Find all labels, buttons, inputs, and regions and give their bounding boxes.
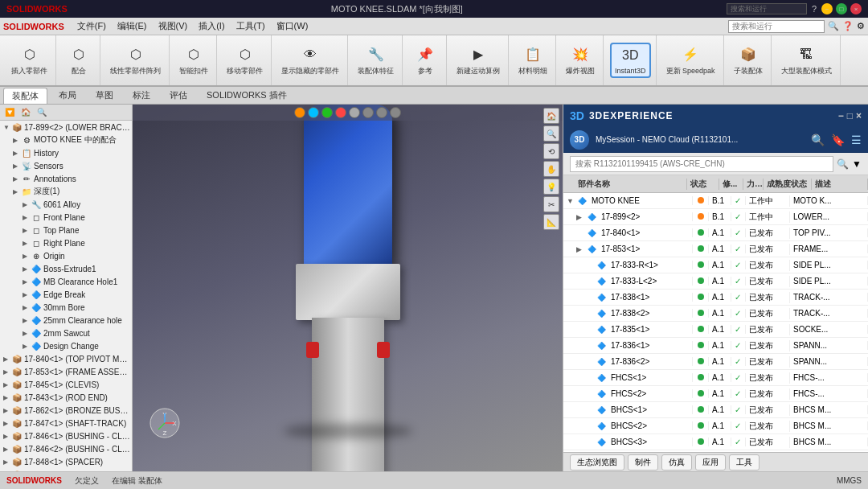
tree-item-root1[interactable]: ▼ 📦 17-899<2> (LOWER BRACK... [0, 121, 132, 134]
rp-row-13[interactable]: 🔷 BHCS<1> A.1 ✓ 已发布 BHCS M... [563, 402, 868, 418]
tree-item-sensors[interactable]: ▶ 📡 Sensors [0, 159, 132, 172]
rp-row-6[interactable]: 🔷 17-838<1> A.1 ✓ 已发布 TRACK-... [563, 290, 868, 306]
view-zoom-btn[interactable]: 🔍 [543, 125, 559, 142]
tab-sketch[interactable]: 草图 [88, 88, 121, 103]
footer-tab-part[interactable]: 制件 [628, 454, 658, 471]
rp-row-9[interactable]: 🔷 17-836<1> A.1 ✓ 已发布 SPANN... [563, 338, 868, 354]
viewport-dot-2[interactable] [308, 107, 319, 118]
user-menu-icon[interactable]: ☰ [851, 134, 862, 146]
tree-item-root2[interactable]: ▶ ⚙ MOTO KNEE 中的配合 [0, 134, 132, 146]
tree-item-part862[interactable]: ▶ 📦 17-862<1> (BRONZE BUSHI... [0, 404, 132, 417]
help-menu-icon[interactable]: ❓ [842, 21, 854, 31]
tree-item-6061alloy[interactable]: ▶ 🔧 6061 Alloy [0, 198, 132, 211]
tab-layout[interactable]: 布局 [51, 88, 84, 103]
view-home-btn[interactable]: 🏠 [543, 108, 559, 124]
rp-expand-3[interactable]: ▶ [576, 245, 588, 253]
viewport-dot-3[interactable] [321, 107, 333, 118]
tree-item-frontplane[interactable]: ▶ ◻ Front Plane [0, 211, 132, 224]
tab-solidworks-plugin[interactable]: SOLIDWORKS 插件 [199, 88, 295, 103]
rp-row-1[interactable]: ▶ 🔷 17-899<2> B.1 ✓ 工作中 LOWER... [563, 209, 868, 225]
tree-item-deepmat[interactable]: ▶ 📁 深度(1) [0, 185, 132, 198]
tree-item-designchange[interactable]: ▶ 🔷 Design Change [0, 339, 132, 352]
rp-row-10[interactable]: 🔷 17-836<2> A.1 ✓ 已发布 SPANN... [563, 354, 868, 370]
viewport-dot-4[interactable] [335, 107, 346, 118]
tree-item-part843[interactable]: ▶ 📦 17-843<1> (ROD END) [0, 391, 132, 404]
rp-row-0[interactable]: ▼ 🔷 MOTO KNEE B.1 ✓ 工作中 MOTO K... [563, 193, 868, 209]
ribbon-btn-ref[interactable]: 📌 参考 [409, 43, 441, 78]
tree-item-part840[interactable]: ▶ 📦 17-840<1> (TOP PIVOT MO... [0, 352, 132, 365]
view-measure-btn[interactable]: 📐 [543, 214, 559, 230]
ribbon-btn-instant3d[interactable]: 3D Instant3D [610, 43, 651, 78]
ribbon-btn-pattern[interactable]: ⬡ 线性零部件阵列 [107, 43, 164, 78]
viewport-dot-8[interactable] [390, 107, 401, 118]
tree-item-mbclearance[interactable]: ▶ 🔷 MB Clearance Hole1 [0, 275, 132, 288]
rp-row-15[interactable]: 🔷 BHCS<3> A.1 ✓ 已发布 BHCS M... [563, 434, 868, 450]
viewport-dot-6[interactable] [362, 107, 374, 118]
tree-item-origin[interactable]: ▶ ⊕ Origin [0, 249, 132, 262]
tree-item-part846_1[interactable]: ▶ 📦 17-846<1> (BUSHING - CLE... [0, 429, 132, 442]
ribbon-btn-motion[interactable]: ▶ 新建运动算例 [453, 43, 503, 78]
view-rotate-btn[interactable]: ⟲ [543, 143, 559, 159]
tree-item-part845[interactable]: ▶ 📦 17-845<1> (CLEVIS) [0, 378, 132, 391]
menu-view[interactable]: 视图(V) [154, 18, 193, 34]
rp-row-4[interactable]: 🔷 17-833-R<1> A.1 ✓ 已发布 SIDE PL... [563, 257, 868, 273]
rp-row-2[interactable]: 🔷 17-840<1> A.1 ✓ 已发布 TOP PIV... [563, 225, 868, 241]
tree-item-25mmclear[interactable]: ▶ 🔷 25mm Clearance hole [0, 314, 132, 327]
footer-tab-tools[interactable]: 工具 [729, 454, 760, 471]
rp-row-7[interactable]: 🔷 17-838<2> A.1 ✓ 已发布 TRACK-... [563, 306, 868, 322]
tree-item-edgebreak[interactable]: ▶ 🔷 Edge Break [0, 288, 132, 301]
rp-row-11[interactable]: 🔷 FHCS<1> A.1 ✓ 已发布 FHCS-... [563, 370, 868, 386]
viewport[interactable]: 🏠 🔍 ⟲ ✋ 💡 ✂ 📐 Y X Z [133, 105, 563, 471]
rp-row-12[interactable]: 🔷 FHCS<2> A.1 ✓ 已发布 FHCS-... [563, 386, 868, 402]
rp-row-5[interactable]: 🔷 17-833-L<2> A.1 ✓ 已发布 SIDE PL... [563, 273, 868, 290]
tree-item-boss[interactable]: ▶ 🔷 Boss-Extrude1 [0, 262, 132, 275]
rp-expand-0[interactable]: ▼ [567, 197, 578, 205]
ribbon-btn-insert-part[interactable]: ⬡ 插入零部件 [8, 43, 51, 78]
ribbon-btn-speedpak[interactable]: ⚡ 更新 Speedpak [663, 43, 719, 78]
ribbon-btn-large-asm[interactable]: 🏗 大型装配体模式 [778, 43, 835, 78]
3dx-search-btn[interactable]: 🔍 [837, 158, 849, 170]
settings-icon[interactable]: ⚙ [857, 21, 865, 31]
minimize-button[interactable]: − [821, 3, 833, 14]
ribbon-btn-show[interactable]: 👁 显示隐藏的零部件 [278, 43, 342, 78]
tree-home-icon[interactable]: 🏠 [19, 106, 32, 119]
3dx-close-btn[interactable]: × [856, 110, 862, 121]
ribbon-btn-bom[interactable]: 📋 材料明细 [515, 43, 551, 78]
menu-insert[interactable]: 插入(I) [194, 18, 229, 34]
tree-item-rightplane[interactable]: ▶ ◻ Right Plane [0, 236, 132, 249]
top-search-input[interactable] [728, 20, 825, 33]
3dx-search-input[interactable] [570, 156, 833, 172]
tree-item-part847[interactable]: ▶ 📦 17-847<1> (SHAFT-TRACK) [0, 417, 132, 429]
tree-item-2mmsaw[interactable]: ▶ 🔷 2mm Sawcut [0, 327, 132, 339]
user-search-icon[interactable]: 🔍 [811, 134, 825, 146]
tree-item-annotations[interactable]: ▶ ✏ Annotations [0, 172, 132, 185]
ribbon-btn-smart[interactable]: ⬡ 智能扣件 [176, 43, 211, 78]
tree-item-part846_2[interactable]: ▶ 📦 17-846<2> (BUSHING - CLE... [0, 442, 132, 455]
viewport-dot-5[interactable] [349, 107, 360, 118]
tree-item-30mmbore[interactable]: ▶ 🔷 30mm Bore [0, 301, 132, 314]
footer-tab-simulation[interactable]: 仿真 [661, 454, 692, 471]
user-favorite-icon[interactable]: 🔖 [831, 134, 845, 146]
rp-row-3[interactable]: ▶ 🔷 17-853<1> A.1 ✓ 已发布 FRAME... [563, 241, 868, 257]
tree-item-part848[interactable]: ▶ 📦 17-848<1> (SPACER) [0, 455, 132, 468]
menu-tools[interactable]: 工具(T) [231, 18, 270, 34]
view-display-btn[interactable]: 💡 [543, 179, 559, 195]
viewport-dot-7[interactable] [376, 107, 387, 118]
rp-row-8[interactable]: 🔷 17-835<1> A.1 ✓ 已发布 SOCKE... [563, 322, 868, 338]
viewport-compass[interactable]: Y X Z [149, 407, 181, 439]
3dx-expand-btn[interactable]: □ [847, 110, 853, 121]
viewport-canvas[interactable] [133, 105, 563, 471]
close-button[interactable]: × [850, 3, 862, 14]
menu-window[interactable]: 窗口(W) [272, 18, 313, 34]
ribbon-btn-move[interactable]: ⬡ 移动零部件 [223, 43, 266, 78]
ribbon-btn-assembly[interactable]: 🔧 装配体特征 [354, 43, 397, 78]
tree-item-topplane[interactable]: ▶ ◻ Top Plane [0, 224, 132, 236]
view-pan-btn[interactable]: ✋ [543, 161, 559, 177]
3dx-minimize-btn[interactable]: − [838, 110, 844, 121]
tree-item-history[interactable]: ▶ 📋 History [0, 146, 132, 159]
footer-tab-ecology[interactable]: 生态浏览图 [570, 454, 624, 471]
rp-expand-1[interactable]: ▶ [576, 213, 588, 221]
menu-file[interactable]: 文件(F) [72, 18, 111, 34]
ribbon-btn-explode[interactable]: 💥 爆炸视图 [563, 43, 598, 78]
help-icon[interactable]: ? [812, 4, 817, 14]
